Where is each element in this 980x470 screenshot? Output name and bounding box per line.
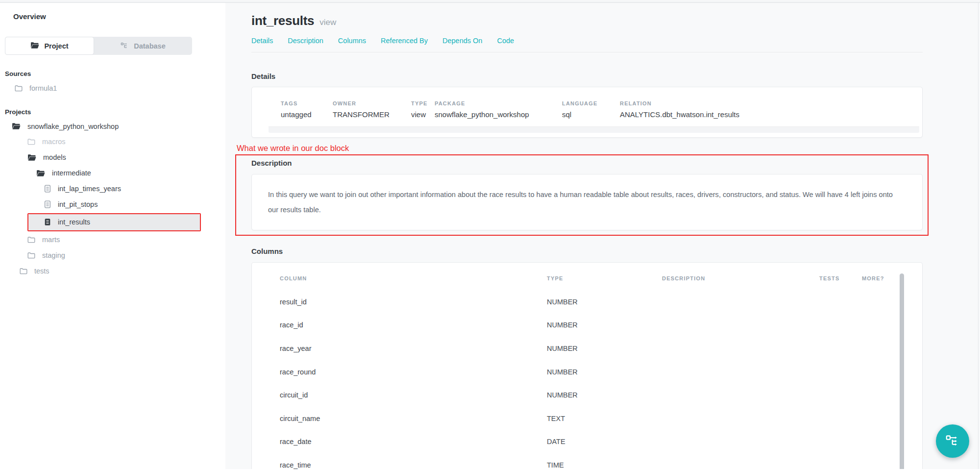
column-name: race_id [280,321,547,329]
folder-closed-icon [27,236,35,243]
model-type-subtitle: view [319,18,336,27]
document-filled-icon [44,218,51,226]
meta-value: view [411,110,435,119]
page-title: int_results [251,13,314,28]
meta-label: LANGUAGE [562,100,620,106]
tab-referenced-by[interactable]: Referenced By [381,37,428,45]
sidebar-item-label: snowflake_python_workshop [27,123,119,130]
view-lineage-fab-button[interactable] [936,424,969,458]
table-row[interactable]: race_round NUMBER [280,360,922,384]
column-name: race_year [280,345,547,352]
column-type: DATE [547,438,662,445]
folder-closed-icon [27,252,35,259]
projects-section-label: Projects [0,108,225,116]
sidebar-item-label: formula1 [29,84,57,92]
columns-card: COLUMN TYPE DESCRIPTION TESTS MORE? resu… [251,262,923,469]
sidebar-item-marts[interactable]: marts [0,232,225,248]
meta-value: untagged [281,110,333,119]
annotation-doc-block-note: What we wrote in our doc block [237,144,923,153]
meta-tags: TAGS untagged [281,100,333,119]
column-type: TEXT [547,415,662,422]
sidebar-item-staging[interactable]: staging [0,247,225,263]
folder-open-icon [36,170,45,177]
toggle-database-label: Database [134,42,165,50]
sidebar-item-tests[interactable]: tests [0,263,225,279]
description-text: In this query we want to join out other … [268,187,900,218]
table-row[interactable]: race_year NUMBER [280,337,922,360]
column-type: TIME [547,461,662,469]
details-section-heading: Details [251,72,923,80]
table-scrollbar[interactable] [900,273,904,469]
meta-owner: OWNER TRANSFORMER [333,100,411,119]
details-card: TAGS untagged OWNER TRANSFORMER TYPE vie… [251,87,923,138]
overview-label: Overview [0,12,225,21]
meta-value: TRANSFORMER [333,110,411,119]
sidebar-item-int-lap-times-years[interactable]: int_lap_times_years [0,181,225,197]
app-layout: Overview Project [0,3,980,469]
lineage-icon [945,433,960,450]
model-header: int_results view [251,3,923,28]
sidebar-item-label: int_results [58,218,90,226]
header-more: MORE? [862,275,922,281]
table-row[interactable]: circuit_id NUMBER [280,383,922,407]
sidebar-item-intermediate[interactable]: intermediate [0,165,225,181]
meta-value: ANALYTICS.dbt_hwatson.int_results [620,110,922,119]
meta-label: OWNER [333,100,411,106]
sidebar-item-int-pit-stops[interactable]: int_pit_stops [0,197,225,212]
meta-label: RELATION [620,100,922,106]
sidebar-item-formula1[interactable]: formula1 [0,80,225,96]
sidebar-item-int-results[interactable]: int_results [28,214,200,230]
header-tests: TESTS [819,275,862,281]
tab-details[interactable]: Details [251,37,273,45]
folder-open-icon [12,123,21,130]
meta-value: snowflake_python_workshop [435,110,562,119]
main-content: int_results view Details Description Col… [225,3,980,469]
toggle-project-tab[interactable]: Project [5,37,94,55]
sidebar-item-label: marts [42,236,60,244]
sidebar-item-models[interactable]: models [0,149,225,165]
details-collapsed-bar [269,126,919,133]
annotation-box-selected-model: int_results [27,213,201,231]
lineage-icon [121,41,129,51]
folder-open-icon [30,42,39,50]
column-type: NUMBER [547,321,662,329]
sidebar-item-macros[interactable]: macros [0,134,225,150]
sidebar-item-label: staging [42,251,65,259]
column-type: NUMBER [547,345,662,352]
meta-language: LANGUAGE sql [562,100,620,119]
tab-description[interactable]: Description [288,37,323,45]
sources-section-label: Sources [0,70,225,77]
column-name: result_id [280,298,547,306]
column-type: NUMBER [547,391,662,399]
table-row[interactable]: race_time TIME [280,453,922,469]
page-scrollbar-track[interactable] [978,3,979,469]
sidebar-item-label: int_pit_stops [58,200,98,208]
toggle-database-tab[interactable]: Database [94,37,192,55]
meta-label: TYPE [411,100,435,106]
sidebar-item-label: intermediate [52,169,91,177]
table-row[interactable]: race_id NUMBER [280,314,922,337]
document-icon [44,185,51,193]
toggle-project-label: Project [44,42,68,50]
column-name: circuit_name [280,415,547,422]
column-name: circuit_id [280,391,547,399]
tab-columns[interactable]: Columns [338,37,366,45]
columns-section-heading: Columns [251,247,923,255]
tab-depends-on[interactable]: Depends On [442,37,482,45]
sources-tree: formula1 [0,80,225,96]
tab-code[interactable]: Code [497,37,514,45]
model-tabs: Details Description Columns Referenced B… [251,37,923,45]
column-type: NUMBER [547,298,662,306]
sidebar-item-snowflake-python-workshop[interactable]: snowflake_python_workshop [0,119,225,134]
table-row[interactable]: result_id NUMBER [280,290,922,314]
table-row[interactable]: circuit_name TEXT [280,407,922,430]
table-row[interactable]: race_date DATE [280,430,922,454]
column-name: race_round [280,368,547,376]
header-divider [251,52,923,52]
sidebar-item-label: int_lap_times_years [58,185,121,193]
projects-tree: snowflake_python_workshop macros models … [0,119,225,279]
sidebar-item-label: tests [34,267,49,275]
sidebar-item-label: models [43,153,66,161]
sidebar-item-label: macros [42,138,66,146]
meta-label: PACKAGE [435,100,562,106]
